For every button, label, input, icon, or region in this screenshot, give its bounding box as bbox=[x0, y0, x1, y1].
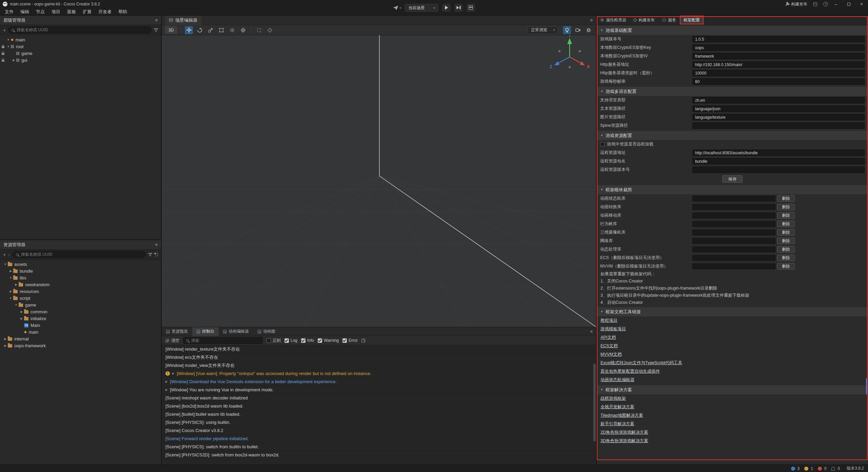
expand-arrow[interactable]: ▼ bbox=[8, 276, 13, 279]
delete-button[interactable]: 删除 bbox=[777, 221, 795, 227]
play-button[interactable] bbox=[442, 4, 451, 12]
error-checkbox[interactable] bbox=[342, 338, 347, 343]
rect-tool-button[interactable] bbox=[217, 26, 225, 34]
minimize-button[interactable]: – bbox=[829, 0, 842, 8]
panel-menu-icon[interactable]: ≡ bbox=[155, 18, 158, 23]
asset-node-assets[interactable]: ▼assets bbox=[0, 261, 161, 268]
link-动画状态机编辑器[interactable]: 动画状态机编辑器 bbox=[600, 377, 634, 383]
link-API文档[interactable]: API文档 bbox=[600, 335, 616, 340]
section-header-游戏多语言配置[interactable]: ▼游戏多语言配置 bbox=[597, 87, 868, 96]
warning-count-icon[interactable] bbox=[804, 467, 808, 471]
section-header-框架模块裁剪[interactable]: ▼框架模块裁剪 bbox=[597, 185, 868, 194]
asset-node-initialize[interactable]: ▶initialize bbox=[0, 315, 161, 322]
bell-icon[interactable] bbox=[831, 467, 835, 470]
clear-console-button[interactable]: 清空 bbox=[165, 338, 179, 343]
add-node-button[interactable]: + bbox=[3, 28, 6, 33]
link-原生包热更新配置自动生成插件[interactable]: 原生包热更新配置自动生成插件 bbox=[600, 369, 660, 374]
close-button[interactable]: × bbox=[855, 0, 868, 8]
expand-arrow[interactable]: ▼ bbox=[14, 303, 19, 307]
link-教程项目[interactable]: 教程项目 bbox=[600, 318, 617, 323]
link-全栈开发解决方案[interactable]: 全栈开发解决方案 bbox=[600, 404, 634, 410]
link-3D角色扮演游戏解决方案[interactable]: 3D角色扮演游戏解决方案 bbox=[600, 438, 648, 444]
log-row[interactable]: [Scene] [PHYSICS2D]: switch from box2d-w… bbox=[162, 451, 596, 459]
section-header-框架文档工具链接[interactable]: ▼框架文档工具链接 bbox=[597, 307, 868, 316]
link-ECS文档[interactable]: ECS文档 bbox=[600, 343, 618, 349]
collapse-arrow[interactable]: ▶ bbox=[11, 59, 16, 62]
input-Http服务器请求超时（毫秒）[interactable]: 10000 bbox=[692, 70, 865, 76]
delete-button[interactable]: 删除 bbox=[777, 238, 795, 244]
add-asset-button[interactable]: + bbox=[3, 252, 6, 257]
panel-menu-icon[interactable]: ≡ bbox=[155, 242, 158, 247]
asset-node-seedrandom[interactable]: ▶seedrandom bbox=[0, 281, 161, 288]
input-Http服务器地址[interactable]: http://192.168.0.150/main/ bbox=[692, 61, 865, 68]
inspector-tab-服务[interactable]: 服务 bbox=[658, 16, 680, 24]
asset-node-libs[interactable]: ▼libs bbox=[0, 274, 161, 281]
save-button[interactable]: 保存 bbox=[722, 175, 743, 183]
gizmo-settings-button[interactable] bbox=[266, 26, 274, 34]
lighting-toggle-button[interactable] bbox=[563, 26, 571, 34]
collapse-arrow[interactable]: ▶ bbox=[19, 310, 24, 313]
delete-button[interactable]: 删除 bbox=[777, 255, 795, 261]
rotate-tool-button[interactable] bbox=[196, 26, 204, 34]
expand-arrow[interactable]: ▶ bbox=[165, 386, 167, 394]
log-row[interactable]: [Window] render_texture文件夹不存在 bbox=[162, 345, 596, 353]
coordinate-tool-button[interactable] bbox=[239, 26, 247, 34]
menu-节点[interactable]: 节点 bbox=[33, 9, 48, 15]
section-header-框架解决方案[interactable]: ▼框架解决方案 bbox=[597, 385, 868, 394]
snap-tool-button[interactable] bbox=[255, 26, 263, 34]
panel-menu-icon[interactable]: ≡ bbox=[590, 18, 593, 23]
error-count-icon[interactable] bbox=[818, 467, 822, 471]
log-row[interactable]: [Scene] Forward render pipeline initiali… bbox=[162, 435, 596, 443]
inspector-tab-框架配置[interactable]: 框架配置 bbox=[680, 16, 704, 24]
step-button[interactable] bbox=[455, 4, 463, 12]
preview-platform-button[interactable]: ▾ bbox=[393, 5, 401, 10]
asset-node-common[interactable]: ▶common bbox=[0, 308, 161, 315]
orientation-gizmo[interactable]: Y X Z bbox=[546, 35, 593, 81]
hierarchy-node-gui[interactable]: ▶gui bbox=[0, 57, 161, 63]
refresh-icon[interactable] bbox=[155, 253, 158, 256]
input-远程资源版本号[interactable] bbox=[692, 166, 865, 173]
section-header-游戏资源配置[interactable]: ▼游戏资源配置 bbox=[597, 131, 868, 140]
delete-button[interactable]: 删除 bbox=[777, 212, 795, 219]
delete-button[interactable]: 删除 bbox=[777, 204, 795, 210]
info-checkbox[interactable] bbox=[301, 338, 305, 343]
asset-node-resources[interactable]: ▶resources bbox=[0, 288, 161, 295]
asset-node-internal[interactable]: ▶internal bbox=[0, 335, 161, 342]
hierarchy-node-main[interactable]: ▼◆main bbox=[0, 36, 161, 43]
hierarchy-search-input[interactable]: 搜索名称或 UUID bbox=[8, 26, 152, 34]
log-row[interactable]: [Scene] [PHYSICS]: using builtin. bbox=[162, 418, 596, 427]
scene-editor-tab[interactable]: 场景编辑器 bbox=[165, 16, 201, 25]
expand-arrow[interactable]: ▶ bbox=[172, 370, 174, 377]
log-row[interactable]: [Scene] Cocos Creator v3.8.2 bbox=[162, 427, 596, 435]
delete-button[interactable]: 删除 bbox=[777, 195, 795, 202]
input-文本资源路径[interactable]: language/json bbox=[692, 105, 865, 112]
link-Tiledmap地图解决方案[interactable]: Tiledmap地图解决方案 bbox=[600, 413, 643, 418]
filter-icon[interactable] bbox=[148, 253, 152, 256]
view-mode-select[interactable]: 正常浏览 ▾ bbox=[528, 26, 558, 34]
scene-selector[interactable]: 当前场景 ▾ bbox=[405, 4, 438, 12]
link-战棋游戏框架[interactable]: 战棋游戏框架 bbox=[600, 396, 626, 401]
preview-window-button[interactable] bbox=[467, 4, 475, 12]
panel-menu-icon[interactable]: ≡ bbox=[590, 329, 593, 334]
menu-编辑[interactable]: 编辑 bbox=[17, 9, 33, 15]
log-row[interactable]: [Scene] meshopt wasm decoder initialized bbox=[162, 394, 596, 402]
log-row[interactable]: [Scene] [bullet]:bullet wasm lib loaded. bbox=[162, 410, 596, 418]
link-MVVM文档[interactable]: MVVM文档 bbox=[600, 352, 622, 357]
delete-button[interactable]: 删除 bbox=[777, 229, 795, 236]
sort-icon[interactable]: ↕ bbox=[8, 253, 10, 257]
asset-node-oops-framework[interactable]: ▶oops-framework bbox=[0, 342, 161, 349]
expand-arrow[interactable]: ▼ bbox=[6, 45, 11, 48]
link-2D角色扮演游戏解决方案[interactable]: 2D角色扮演游戏解决方案 bbox=[600, 430, 648, 435]
collapse-arrow[interactable]: ▶ bbox=[19, 317, 24, 320]
export-log-icon[interactable] bbox=[361, 339, 365, 342]
input-远程资源包名[interactable]: bundle bbox=[692, 158, 865, 164]
link-Excel格式转Json文件与TypeScript代码工具[interactable]: Excel格式转Json文件与TypeScript代码工具 bbox=[600, 360, 682, 366]
collapse-arrow[interactable]: ▶ bbox=[14, 283, 19, 286]
collapse-arrow[interactable]: ▶ bbox=[3, 344, 8, 347]
remote-load-checkbox[interactable] bbox=[600, 142, 605, 146]
maximize-button[interactable] bbox=[842, 0, 855, 8]
input-远程资源地址[interactable]: http://localhost:8083/assets/bundle bbox=[692, 150, 865, 156]
asset-node-script[interactable]: ▼script bbox=[0, 295, 161, 301]
collapse-arrow[interactable]: ▶ bbox=[8, 270, 13, 273]
asset-node-game[interactable]: ▼game bbox=[0, 301, 161, 308]
